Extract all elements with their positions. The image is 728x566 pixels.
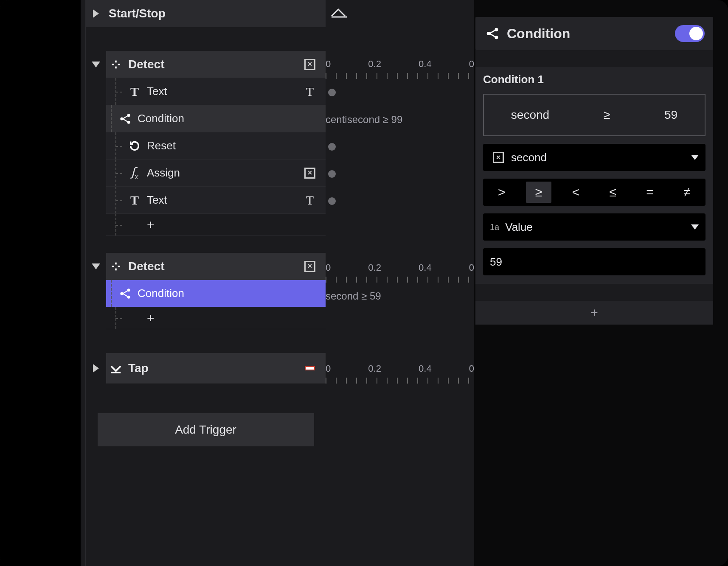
condition-icon (115, 288, 135, 300)
marker-dot-icon (328, 197, 336, 205)
op-gte[interactable]: ≥ (526, 182, 551, 203)
condition-block: Condition 1 second ≥ 59 × second > ≥ < ≤… (475, 67, 713, 284)
chevron-down-icon (691, 224, 699, 230)
item-label: Text (144, 193, 300, 207)
condition-header: Condition 1 (475, 67, 713, 94)
tap-label: Tap (126, 361, 300, 375)
detect-icon (106, 59, 126, 70)
add-condition-button[interactable]: + (475, 301, 713, 325)
ruler-3: 0 0.2 0.4 0 (326, 356, 474, 384)
plus-icon: + (590, 305, 598, 320)
enabled-toggle[interactable] (675, 25, 705, 42)
item-label: Reset (144, 139, 320, 152)
detect-group-2[interactable]: Detect × (106, 253, 326, 280)
plus-label: + (144, 218, 320, 232)
left-gutter (0, 0, 81, 566)
text-icon: T (125, 84, 144, 99)
expr-right: 59 (664, 108, 677, 122)
fx-icon: ʃx (125, 165, 144, 181)
condition-icon (115, 113, 135, 125)
add-trigger-label: Add Trigger (175, 423, 236, 437)
op-eq[interactable]: = (637, 182, 663, 203)
expr-left: second (511, 108, 549, 122)
start-stop-label: Start/Stop (106, 7, 320, 20)
operator-row: > ≥ < ≤ = ≠ (483, 179, 706, 206)
detect-1-label: Detect (126, 58, 300, 71)
add-child-1[interactable]: + (106, 214, 326, 236)
inspector-title: Condition (501, 26, 675, 42)
ruler-2: 0 0.2 0.4 0 (326, 255, 474, 283)
ruler-1: 0 0.2 0.4 0 (326, 52, 474, 79)
detect-group-1[interactable]: Detect × (106, 51, 326, 78)
add-child-2[interactable]: + (106, 307, 326, 329)
item-label: Assign (144, 166, 300, 179)
reset-icon (125, 140, 144, 152)
tree-item-reset[interactable]: Reset (106, 132, 326, 160)
op-gt[interactable]: > (489, 182, 514, 203)
op-neq[interactable]: ≠ (674, 182, 700, 203)
value-input-text: 59 (490, 255, 502, 269)
tree-item-text-1[interactable]: T Text T (106, 78, 326, 105)
inspector-title-row: Condition (475, 17, 713, 50)
detect-icon (106, 261, 126, 272)
text-badge-icon: T (300, 193, 320, 207)
op-lte[interactable]: ≤ (600, 182, 626, 203)
caret-down-icon (92, 263, 100, 269)
tree-panel: Start/Stop Detect × T Text (86, 0, 326, 566)
expr-op: ≥ (604, 108, 610, 122)
item-label: Condition (135, 112, 320, 125)
plus-label: + (144, 311, 320, 325)
inspector-panel: Condition Condition 1 second ≥ 59 × seco… (475, 17, 713, 325)
x-box-icon: × (493, 152, 504, 163)
keyframe-badge-icon (300, 366, 320, 370)
add-trigger-button[interactable]: Add Trigger (98, 413, 314, 446)
value-type-prefix: 1a (490, 222, 499, 232)
marker-dot-icon (328, 170, 336, 178)
item-label: Condition (135, 287, 320, 300)
marker-dot-icon (328, 143, 336, 151)
section-start-stop[interactable]: Start/Stop (86, 0, 326, 27)
value-input[interactable]: 59 (483, 248, 706, 275)
caret-down-icon (92, 62, 100, 67)
detect-2-label: Detect (126, 260, 300, 273)
tree-item-assign[interactable]: ʃx Assign × (106, 160, 326, 187)
value-type-label: Value (505, 221, 533, 234)
condition-text-1: centisecond ≥ 99 (326, 106, 474, 133)
caret-right-icon (93, 9, 99, 18)
variable-select-value: second (511, 151, 547, 164)
text-icon: T (125, 193, 144, 207)
tap-icon (106, 362, 126, 375)
tree-item-condition-1[interactable]: Condition (106, 105, 326, 132)
marker-row (326, 79, 474, 106)
op-lt[interactable]: < (563, 182, 588, 203)
condition-icon (484, 27, 501, 40)
tap-group[interactable]: Tap (106, 353, 326, 384)
track-strip (81, 0, 86, 566)
marker-dot-icon (328, 89, 336, 96)
x-box-icon: × (304, 261, 315, 272)
bounce-icon (331, 6, 348, 19)
condition-text-2: second ≥ 59 (326, 283, 474, 310)
timeline-panel: 0 0.2 0.4 0 centisecond ≥ 99 0 0.2 0.4 (326, 0, 474, 566)
caret-right-icon (93, 364, 99, 373)
value-type-select[interactable]: 1a Value (483, 213, 706, 241)
text-badge-icon: T (300, 84, 320, 99)
x-box-icon: × (304, 168, 315, 179)
tree-item-text-2[interactable]: T Text T (106, 187, 326, 214)
item-label: Text (144, 85, 300, 98)
tree-item-condition-2[interactable]: Condition (106, 280, 326, 307)
variable-select[interactable]: × second (483, 144, 706, 171)
chevron-down-icon (691, 155, 699, 160)
x-box-icon: × (304, 59, 315, 70)
expression-display: second ≥ 59 (483, 94, 706, 136)
